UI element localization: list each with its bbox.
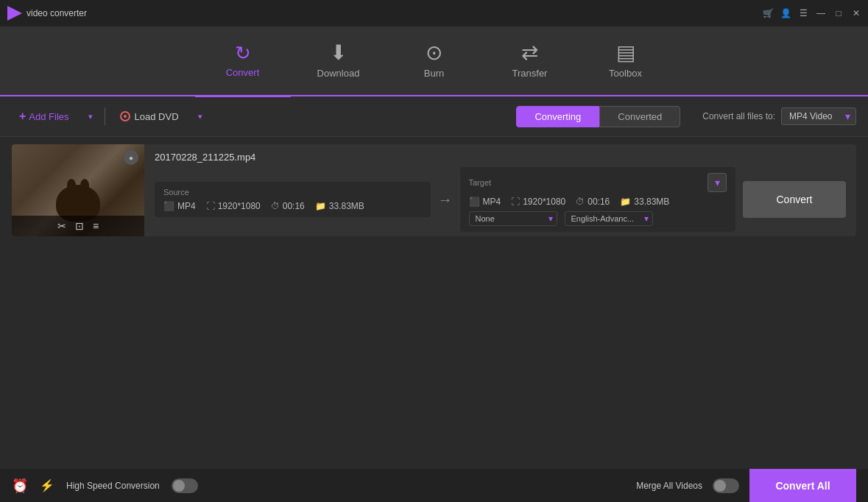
target-format-icon: ⬛ — [469, 197, 480, 207]
crop-icon-button[interactable]: ⊡ — [75, 220, 84, 232]
nav-transfer-label: Transfer — [512, 68, 548, 79]
duration-icon: ⏱ — [271, 201, 280, 211]
file-options-dot[interactable]: ● — [124, 150, 138, 165]
source-box: Source ⬛ MP4 ⛶ 1920*1080 ⏱ 00:16 — [155, 182, 431, 217]
audio-select-wrap: English-Advanc... English — [565, 211, 653, 226]
convert-all-button[interactable]: Convert All — [749, 469, 856, 502]
converting-tabs: Converting Converted — [516, 106, 680, 127]
converted-tab[interactable]: Converted — [599, 106, 680, 127]
account-icon[interactable]: 👤 — [780, 7, 791, 19]
app-logo: video converter — [7, 6, 87, 21]
file-meta-row: Source ⬛ MP4 ⛶ 1920*1080 ⏱ 00:16 — [155, 167, 846, 232]
toolbox-nav-icon: ▤ — [616, 43, 635, 63]
menu-icon[interactable]: ☰ — [797, 7, 809, 19]
size-icon: 📁 — [315, 201, 326, 211]
clock-icon: ⏰ — [12, 478, 28, 494]
target-duration-icon: ⏱ — [576, 197, 585, 207]
target-size-icon: 📁 — [620, 197, 631, 207]
cart-icon[interactable]: 🛒 — [762, 7, 774, 19]
target-meta-items: ⬛ MP4 ⛶ 1920*1080 ⏱ 00:16 📁 — [469, 197, 727, 207]
file-item: ● ✂ ⊡ ≡ 20170228_211225.mp4 Source ⬛ MP4 — [12, 144, 856, 236]
source-resolution-value: 1920*1080 — [218, 201, 261, 211]
add-files-dropdown-button[interactable]: ▾ — [84, 110, 97, 123]
navbar: ↻ Convert ⬇ Download ⊙ Burn ⇄ Transfer ▤… — [0, 26, 868, 96]
subtitle-select-wrap: None English — [469, 211, 557, 226]
target-size-value: 33.83MB — [634, 197, 669, 207]
nav-burn[interactable]: ⊙ Burn — [387, 26, 482, 96]
lightning-icon: ⚡ — [40, 478, 54, 492]
nav-burn-label: Burn — [424, 68, 444, 79]
convert-all-to-label: Convert all files to: — [702, 111, 775, 121]
convert-nav-icon: ↻ — [235, 43, 251, 63]
target-expand-button[interactable]: ▾ — [708, 173, 727, 192]
format-icon: ⬛ — [163, 201, 174, 211]
conversion-arrow: → — [431, 191, 460, 208]
load-dvd-dropdown-button[interactable]: ▾ — [194, 110, 207, 123]
converting-tab[interactable]: Converting — [516, 106, 599, 127]
audio-select[interactable]: English-Advanc... English — [565, 211, 653, 226]
minimize-button[interactable]: — — [815, 7, 827, 19]
file-thumbnail: ● ✂ ⊡ ≡ — [12, 144, 144, 236]
load-dvd-button[interactable]: Load DVD — [113, 107, 186, 127]
target-resolution-value: 1920*1080 — [523, 197, 565, 207]
nav-convert-label: Convert — [226, 67, 260, 78]
toolbar-divider — [105, 107, 105, 125]
load-dvd-label: Load DVD — [135, 111, 179, 122]
source-duration: ⏱ 00:16 — [271, 201, 305, 211]
subtitle-select[interactable]: None English — [469, 211, 557, 226]
main-content: ● ✂ ⊡ ≡ 20170228_211225.mp4 Source ⬛ MP4 — [0, 137, 868, 469]
target-size: 📁 33.83MB — [620, 197, 669, 207]
nav-download[interactable]: ⬇ Download — [291, 26, 387, 96]
target-format-value: MP4 — [483, 197, 501, 207]
target-label: Target — [469, 178, 492, 187]
source-size: 📁 33.83MB — [315, 201, 364, 211]
source-format-value: MP4 — [177, 201, 196, 211]
target-format: ⬛ MP4 — [469, 197, 501, 207]
high-speed-toggle[interactable] — [172, 478, 198, 493]
cut-icon-button[interactable]: ✂ — [57, 220, 66, 232]
source-resolution: ⛶ 1920*1080 — [206, 201, 261, 211]
burn-nav-icon: ⊙ — [426, 43, 442, 63]
download-nav-icon: ⬇ — [330, 43, 347, 63]
high-speed-label: High Speed Conversion — [66, 481, 160, 491]
merge-label: Merge All Videos — [636, 481, 702, 491]
nav-toolbox-label: Toolbox — [609, 68, 642, 79]
source-format: ⬛ MP4 — [163, 201, 196, 211]
app-name: video converter — [27, 8, 87, 18]
target-box: Target ▾ ⬛ MP4 ⛶ 1920*1080 ⏱ — [460, 167, 736, 232]
maximize-button[interactable]: □ — [833, 7, 844, 19]
source-duration-value: 00:16 — [283, 201, 305, 211]
nav-transfer[interactable]: ⇄ Transfer — [482, 26, 578, 96]
transfer-nav-icon: ⇄ — [521, 43, 538, 63]
nav-toolbox[interactable]: ▤ Toolbox — [578, 26, 674, 96]
target-resolution-icon: ⛶ — [511, 197, 520, 207]
convert-all-to: Convert all files to: MP4 Video AVI Vide… — [702, 107, 856, 125]
source-meta-items: ⬛ MP4 ⛶ 1920*1080 ⏱ 00:16 📁 — [163, 201, 422, 211]
nav-convert[interactable]: ↻ Convert — [195, 26, 291, 96]
nav-download-label: Download — [317, 68, 360, 79]
bottom-right: Merge All Videos Convert All — [636, 469, 856, 502]
target-duration-value: 00:16 — [588, 197, 610, 207]
toolbar: + Add Files ▾ Load DVD ▾ Converting Conv… — [0, 96, 868, 137]
add-files-plus-icon: + — [19, 110, 26, 123]
merge-toggle[interactable] — [713, 478, 739, 493]
subtitle-row: None English English-Advanc... English — [469, 211, 727, 226]
titlebar: video converter 🛒 👤 ☰ — □ ✕ — [0, 0, 868, 26]
app-logo-icon — [7, 6, 22, 21]
file-details: 20170228_211225.mp4 Source ⬛ MP4 ⛶ 1920*… — [144, 144, 856, 236]
format-select-wrap: MP4 Video AVI Video MKV Video MOV Video — [781, 107, 856, 125]
target-duration: ⏱ 00:16 — [576, 197, 610, 207]
dvd-icon — [120, 111, 130, 121]
convert-button[interactable]: Convert — [743, 181, 846, 218]
add-files-label: Add Files — [29, 111, 68, 122]
add-files-button[interactable]: + Add Files — [12, 105, 77, 127]
source-size-value: 33.83MB — [329, 201, 364, 211]
bottom-bar: ⏰ ⚡ High Speed Conversion Merge All Vide… — [0, 469, 868, 502]
source-label: Source — [163, 188, 422, 197]
thumbnail-controls: ✂ ⊡ ≡ — [12, 216, 144, 236]
adjust-icon-button[interactable]: ≡ — [93, 220, 99, 232]
close-button[interactable]: ✕ — [850, 7, 862, 19]
filename: 20170228_211225.mp4 — [155, 152, 846, 163]
target-resolution: ⛶ 1920*1080 — [511, 197, 565, 207]
format-select[interactable]: MP4 Video AVI Video MKV Video MOV Video — [781, 107, 856, 125]
